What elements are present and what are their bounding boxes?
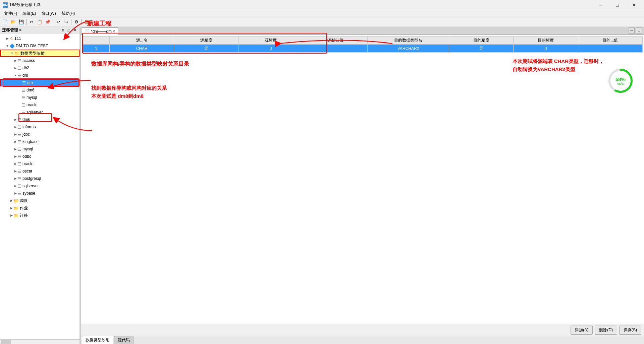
- menu-help[interactable]: 帮助(H): [59, 10, 78, 17]
- toggle-kingbase[interactable]: ▶: [13, 140, 17, 143]
- label-db2: db2: [22, 66, 29, 70]
- tree-item-dm6-child[interactable]: ☰ dm6: [0, 86, 79, 94]
- toolbar-cut[interactable]: ✂: [28, 18, 35, 26]
- menu-edit[interactable]: 编辑(E): [20, 10, 39, 17]
- app-icon: DM: [3, 2, 8, 8]
- bottom-tab-bar: 数据类型映射 源代码: [81, 336, 644, 344]
- tree-item-oscar[interactable]: ▶ ☰ oscar: [0, 167, 79, 175]
- col-source-precision: 源精度: [174, 37, 238, 45]
- tab-dm-dm[interactable]: 📄 *dm——dm ×: [82, 27, 118, 35]
- icon-sqlserver-child: ☰: [21, 110, 25, 115]
- tree-item-dm6-top[interactable]: ▶ ☰ dm6: [0, 116, 79, 123]
- toggle-oracle-top[interactable]: ▶: [13, 162, 17, 165]
- sidebar-scrollbar[interactable]: [0, 339, 79, 344]
- tree-item-kingbase[interactable]: ▶ ☰ kingbase: [0, 138, 79, 145]
- sidebar-icon-box[interactable]: □: [66, 28, 71, 33]
- col-source-name: 源...名: [110, 37, 174, 45]
- sidebar-title: 迁移管理 ×: [2, 27, 21, 33]
- icon-111: ⚠: [9, 36, 13, 41]
- toolbar-redo[interactable]: ↪: [62, 18, 70, 26]
- icon-db2: ☰: [17, 66, 21, 71]
- sidebar-icon-up[interactable]: ⬆: [60, 28, 65, 33]
- toolbar-home[interactable]: 🏠: [83, 18, 91, 26]
- toggle-dm-parent[interactable]: ▼: [13, 74, 17, 77]
- tab-minimize-icon[interactable]: ─: [629, 27, 635, 33]
- toggle-postgresql[interactable]: ▶: [13, 177, 17, 180]
- icon-oracle-child: ☰: [21, 102, 25, 108]
- toggle-jdbc[interactable]: ▶: [13, 133, 17, 136]
- cell-target-type: VARCHAR2: [368, 45, 449, 53]
- toggle-informix[interactable]: ▶: [13, 125, 17, 129]
- toggle-dm6-top[interactable]: ▶: [13, 118, 17, 121]
- tree-item-qianyi[interactable]: ▶ 📁 迁移: [0, 212, 79, 219]
- label-dm6-top: dm6: [22, 117, 30, 122]
- bottom-tab-code[interactable]: 源代码: [114, 336, 133, 344]
- tree-item-sqlserver-top[interactable]: ▶ ☰ sqlserver: [0, 182, 79, 190]
- icon-informix: ☰: [17, 125, 21, 130]
- toggle-111[interactable]: ▶: [5, 37, 9, 40]
- tree-item-dm-parent[interactable]: ▼ ☰ dm: [0, 72, 79, 79]
- title-bar: DM DM数据迁移工具 ─ □ ✕: [0, 0, 644, 10]
- toggle-odbc[interactable]: ▶: [13, 155, 17, 158]
- tree-item-tiaodu[interactable]: ▶ 📁 调度: [0, 197, 79, 204]
- toolbar-undo[interactable]: ↩: [54, 18, 62, 26]
- label-mysql-child: mysql: [26, 95, 37, 100]
- tree-item-zuoye[interactable]: ▶ 📁 作业: [0, 204, 79, 212]
- add-button[interactable]: 添加(A): [571, 326, 593, 335]
- toolbar-sep1: [26, 19, 26, 25]
- tree-item-access[interactable]: ▶ ☰ access: [0, 57, 79, 64]
- tree-item-oracle-top[interactable]: ▶ ☰ oracle: [0, 160, 79, 167]
- tree-item-dm-child[interactable]: ☰ dm: [0, 79, 79, 86]
- toolbar-open[interactable]: 📂: [9, 18, 17, 26]
- toolbar-sep3: [71, 19, 71, 25]
- tree-item-oracle-child[interactable]: ☰ oracle: [0, 101, 79, 109]
- tree-item-mysql-top[interactable]: ▶ ☰ mysql: [0, 145, 79, 153]
- tree-item-datatype-mapping[interactable]: ▼ 📁 数据类型映射: [0, 50, 79, 57]
- label-access: access: [22, 58, 35, 63]
- toggle-tiaodu[interactable]: ▶: [9, 199, 13, 202]
- tree-item-postgresql[interactable]: ▶ ☰ postgresql: [0, 175, 79, 182]
- tree-item-informix[interactable]: ▶ ☰ informix: [0, 123, 79, 131]
- toggle-datatype-mapping[interactable]: ▼: [10, 52, 14, 55]
- table-row[interactable]: 1 CHAR 无 0 VARCHAR2 无 0: [83, 45, 643, 53]
- toggle-access[interactable]: ▶: [13, 59, 17, 62]
- cell-source-precision: 无: [174, 45, 238, 53]
- toggle-sybase[interactable]: ▶: [13, 192, 17, 195]
- icon-datatype-mapping: 📁: [14, 51, 19, 56]
- menu-file[interactable]: 文件(F): [1, 10, 20, 17]
- toggle-db2[interactable]: ▶: [13, 66, 17, 70]
- toolbar-save[interactable]: 💾: [17, 18, 25, 26]
- tab-maximize-icon[interactable]: □: [636, 27, 642, 33]
- maximize-button[interactable]: □: [610, 0, 625, 10]
- window-controls: ─ □ ✕: [593, 0, 641, 10]
- sidebar-icon-close[interactable]: ✕: [72, 28, 77, 33]
- menu-window[interactable]: 窗口(W): [39, 10, 58, 17]
- tree-item-sqlserver-child[interactable]: ☰ sqlserver: [0, 109, 79, 116]
- tree-item-db2[interactable]: ▶ ☰ db2: [0, 64, 79, 72]
- tree-item-dm-to-dm-test[interactable]: ▼ 🔷 DM-TO-DM-TEST: [0, 42, 79, 50]
- toggle-sqlserver-top[interactable]: ▶: [13, 184, 17, 188]
- toggle-qianyi[interactable]: ▶: [9, 214, 13, 217]
- tree-item-odbc[interactable]: ▶ ☰ odbc: [0, 153, 79, 160]
- toggle-mysql-top[interactable]: ▶: [13, 147, 17, 151]
- toolbar-new[interactable]: 📄: [1, 18, 9, 26]
- toolbar-copy[interactable]: 📋: [36, 18, 43, 26]
- label-dm6-child: dm6: [26, 88, 34, 92]
- cell-target-scale: 0: [514, 45, 578, 53]
- tree-item-111[interactable]: ▶ ⚠ 111: [0, 35, 79, 42]
- tree-item-sybase[interactable]: ▶ ☰ sybase: [0, 190, 79, 197]
- bottom-tab-datatype[interactable]: 数据类型映射: [82, 336, 113, 344]
- save-button[interactable]: 保存(S): [619, 326, 641, 335]
- minimize-button[interactable]: ─: [593, 0, 608, 10]
- toggle-oscar[interactable]: ▶: [13, 169, 17, 173]
- delete-button[interactable]: 删除(D): [595, 326, 617, 335]
- icon-dm-to-dm-test: 🔷: [9, 44, 15, 49]
- toolbar-settings[interactable]: ⚙: [73, 18, 80, 26]
- toggle-dm-to-dm-test[interactable]: ▼: [5, 44, 9, 48]
- tree-item-mysql-child[interactable]: ☰ mysql: [0, 94, 79, 101]
- progress-speed: 0K/S: [615, 82, 626, 85]
- close-button[interactable]: ✕: [626, 0, 641, 10]
- toolbar-paste[interactable]: 📌: [44, 18, 51, 26]
- tree-item-jdbc[interactable]: ▶ ☰ jdbc: [0, 131, 79, 138]
- toggle-zuoye[interactable]: ▶: [9, 206, 13, 210]
